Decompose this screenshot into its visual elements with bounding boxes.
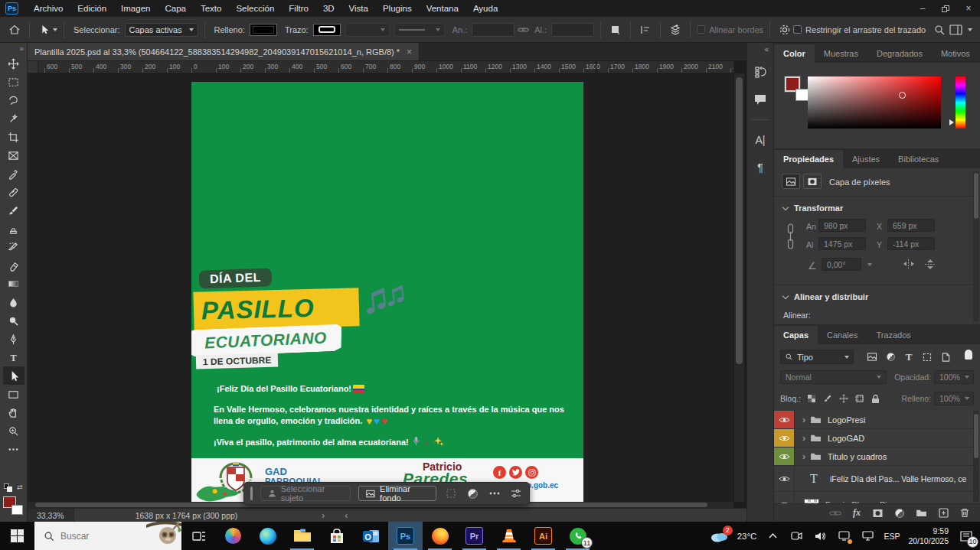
filter-type-layers-icon[interactable]: T xyxy=(901,350,916,364)
ruler-origin-corner[interactable] xyxy=(28,61,38,73)
lock-pixels-icon[interactable] xyxy=(823,394,832,403)
close-button[interactable]: × xyxy=(957,0,980,17)
object-selection-tool[interactable] xyxy=(3,109,24,128)
dodge-tool[interactable] xyxy=(3,311,24,330)
task-view-button[interactable] xyxy=(181,522,216,550)
whatsapp-icon[interactable]: 11 xyxy=(560,522,595,550)
tab-close-icon[interactable]: × xyxy=(407,47,412,57)
language-indicator[interactable]: ESP xyxy=(884,532,900,541)
visibility-eye-icon[interactable] xyxy=(774,411,795,428)
layer-filter-dropdown[interactable]: Tipo xyxy=(780,350,854,364)
remove-background-button[interactable]: Eliminar fondo xyxy=(358,486,436,501)
lock-transparency-icon[interactable] xyxy=(807,394,816,403)
history-panel-icon[interactable] xyxy=(750,62,770,82)
filter-adjustment-layers-icon[interactable] xyxy=(883,350,898,364)
align-edges-checkbox[interactable] xyxy=(697,25,705,34)
clock[interactable]: 9:59 20/10/2025 xyxy=(908,526,949,545)
constrain-path-checkbox[interactable] xyxy=(793,25,802,34)
history-brush-tool[interactable] xyxy=(3,238,24,256)
tab-color[interactable]: Color xyxy=(774,44,815,63)
start-button[interactable] xyxy=(0,522,34,550)
filter-pixel-layers-icon[interactable] xyxy=(864,350,880,364)
temperature-label[interactable]: 23°C xyxy=(737,532,757,541)
home-icon[interactable] xyxy=(6,21,23,38)
weather-icon[interactable]: 2 xyxy=(709,529,729,544)
panel-scrollbar[interactable] xyxy=(973,171,979,321)
file-explorer-icon[interactable] xyxy=(285,522,319,550)
workspace-switcher-icon[interactable] xyxy=(948,21,965,38)
swap-colors-icon[interactable]: ⇄ xyxy=(17,483,23,491)
eyedropper-tool[interactable] xyxy=(3,164,24,183)
height-input[interactable] xyxy=(551,23,594,37)
vertical-scrollbar[interactable] xyxy=(733,73,744,502)
new-adjustment-layer-icon[interactable] xyxy=(895,509,904,518)
layers-scrollbar[interactable] xyxy=(973,411,979,502)
visibility-eye-icon[interactable] xyxy=(774,492,795,503)
collapse-panels-icon[interactable]: « xyxy=(764,45,769,54)
new-group-icon[interactable] xyxy=(916,509,927,517)
menu-seleccion[interactable]: Selección xyxy=(236,4,274,13)
visibility-eye-icon[interactable] xyxy=(774,447,795,465)
path-alignment-icon[interactable] xyxy=(637,21,654,38)
path-selection-tool[interactable] xyxy=(3,366,24,385)
menu-3d[interactable]: 3D xyxy=(323,4,335,13)
layer-name[interactable]: Titulo y cuadros xyxy=(828,452,887,461)
horizontal-ruler[interactable]: 6005004003002001000100200300400500600700… xyxy=(28,61,733,73)
edge-icon[interactable] xyxy=(250,522,285,550)
copilot-icon[interactable] xyxy=(216,522,250,550)
stroke-type-dropdown[interactable] xyxy=(394,23,445,37)
display-icon[interactable] xyxy=(860,529,875,544)
group-disclosure-icon[interactable]: › xyxy=(802,451,805,462)
frame-tool[interactable] xyxy=(3,146,24,164)
menu-filtro[interactable]: Filtro xyxy=(289,4,309,13)
stroke-width-dropdown[interactable] xyxy=(345,23,390,37)
layer-name[interactable]: iFeliz Día del Pas... Valle Hermoso, ce xyxy=(830,474,966,483)
path-arrangement-icon[interactable] xyxy=(667,21,684,38)
menu-ayuda[interactable]: Ayuda xyxy=(473,4,498,13)
tray-expand-chevron[interactable] xyxy=(765,529,780,544)
menu-vista[interactable]: Vista xyxy=(349,4,368,13)
layer-row-logogad[interactable]: › LogoGAD xyxy=(774,429,980,447)
photoshop-taskbar-icon[interactable]: Ps xyxy=(388,522,423,550)
hand-tool[interactable] xyxy=(3,403,24,421)
link-layers-icon[interactable] xyxy=(829,509,841,517)
link-wh-icon[interactable] xyxy=(786,223,795,249)
link-dimensions-icon[interactable] xyxy=(514,21,531,38)
comments-panel-icon[interactable] xyxy=(750,89,770,109)
menu-imagen[interactable]: Imagen xyxy=(121,4,150,13)
path-operations-icon[interactable] xyxy=(607,21,624,38)
tab-ajustes[interactable]: Ajustes xyxy=(843,150,889,168)
taskbar-search-box[interactable] xyxy=(34,522,181,550)
layer-row-titulo[interactable]: › Titulo y cuadros xyxy=(774,447,980,466)
status-next-icon[interactable]: › xyxy=(322,510,325,521)
notification-center-icon[interactable]: 10 xyxy=(957,527,975,545)
zoom-level-field[interactable]: 33,33% xyxy=(28,509,74,522)
transform-icon[interactable] xyxy=(444,488,458,499)
crop-tool[interactable] xyxy=(3,128,24,146)
menu-plugins[interactable]: Plugins xyxy=(383,4,412,13)
menu-capa[interactable]: Capa xyxy=(165,4,186,13)
edit-toolbar-icon[interactable] xyxy=(3,440,24,458)
angle-caret[interactable] xyxy=(867,263,872,266)
group-disclosure-icon[interactable]: › xyxy=(802,433,805,444)
opacity-value[interactable]: 100% xyxy=(934,370,974,384)
tab-capas[interactable]: Capas xyxy=(774,326,818,344)
default-colors-icon[interactable]: ⇄ xyxy=(4,483,24,493)
tab-motivos[interactable]: Motivos xyxy=(932,44,979,63)
workspace-caret[interactable] xyxy=(968,28,972,31)
filter-smart-objects-icon[interactable] xyxy=(938,350,953,364)
search-highlight-sloth-image[interactable] xyxy=(146,522,181,550)
color-field-marker[interactable] xyxy=(899,92,906,99)
drag-handle[interactable] xyxy=(250,487,253,500)
layer-row-pixel[interactable]: Franja Blanca Pie xyxy=(774,492,980,503)
background-color-well[interactable] xyxy=(795,89,808,101)
mask-thumb-icon[interactable] xyxy=(803,174,822,189)
volume-icon[interactable] xyxy=(812,529,828,544)
marquee-tool[interactable] xyxy=(3,73,24,91)
adjustments-icon[interactable] xyxy=(466,489,479,499)
outlook-icon[interactable]: O xyxy=(354,522,388,550)
premiere-icon[interactable]: Pr xyxy=(457,522,492,550)
transform-section-header[interactable]: Transformar xyxy=(783,203,843,213)
width-input[interactable] xyxy=(472,23,514,37)
tab-trazados[interactable]: Trazados xyxy=(867,326,920,344)
